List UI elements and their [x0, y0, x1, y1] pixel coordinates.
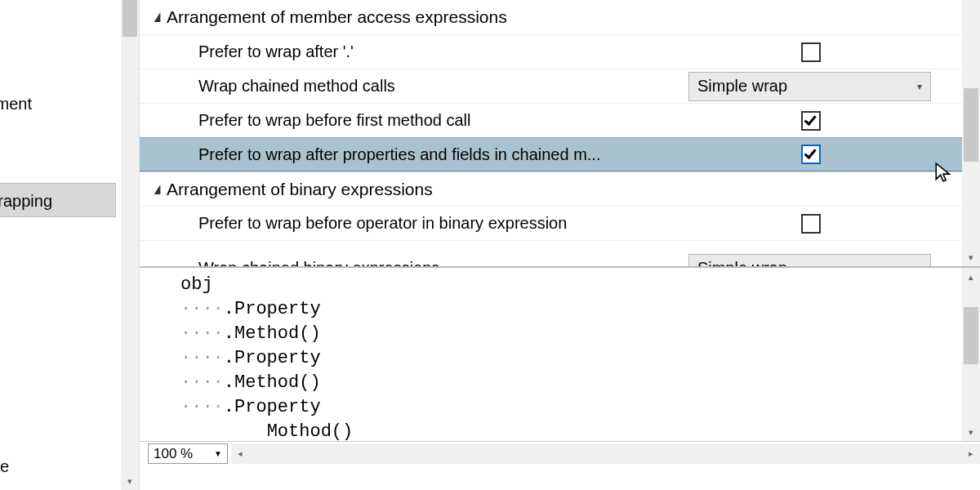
sidebar-item-label: Alignment: [0, 95, 32, 113]
combo-wrap-chained[interactable]: Simple wrap ▾: [688, 72, 931, 101]
preview-scrollbar[interactable]: ▴ ▾: [962, 268, 980, 441]
section-binary-expressions[interactable]: Arrangement of binary expressions: [140, 172, 962, 206]
combo-value: Simple wrap: [697, 77, 917, 96]
section-label: Arrangement of member access expressions: [167, 7, 507, 27]
scroll-left-icon[interactable]: ◂: [231, 443, 249, 464]
zoom-value: 100 %: [154, 446, 193, 462]
scroll-right-icon[interactable]: ▸: [962, 443, 980, 464]
sidebar-item-wrapping[interactable]: nd Wrapping: [0, 183, 116, 217]
options-grid: Arrangement of member access expressions…: [140, 0, 962, 266]
scrollbar-thumb[interactable]: [122, 0, 137, 37]
code-line: .Method(): [224, 323, 321, 344]
checkbox[interactable]: [801, 111, 821, 131]
chevron-down-icon: ▼: [214, 449, 222, 458]
option-wrap-before-operator[interactable]: Prefer to wrap before operator in binary…: [140, 206, 962, 240]
scrollbar-thumb[interactable]: [964, 88, 978, 162]
sidebar-item-orts[interactable]: orts: [0, 315, 116, 350]
option-label: Prefer to wrap after properties and fiel…: [198, 145, 688, 164]
code-line: obj: [180, 274, 213, 295]
expand-icon: [154, 185, 161, 194]
option-label: Prefer to wrap before first method call: [198, 111, 688, 130]
option-wrap-after-properties[interactable]: Prefer to wrap after properties and fiel…: [140, 137, 962, 172]
expand-icon: [154, 12, 161, 22]
sidebar-scrollbar[interactable]: ▾: [121, 0, 139, 490]
code-preview: obj ····.Property ····.Method() ····.Pro…: [140, 268, 962, 441]
code-line: .Property: [224, 348, 321, 368]
option-wrap-before-first-call[interactable]: Prefer to wrap before first method call: [140, 103, 962, 137]
option-wrap-after-dot[interactable]: Prefer to wrap after '.': [140, 34, 962, 69]
code-line: .Property: [224, 299, 321, 319]
option-label: Wrap chained method calls: [198, 77, 688, 96]
sidebar-item-label: nd Wrapping: [0, 192, 52, 210]
chevron-down-icon: ▾: [917, 81, 922, 92]
code-line: .Method(): [224, 372, 321, 393]
scroll-up-icon[interactable]: ▴: [962, 268, 980, 286]
combo-wrap-binary[interactable]: Simple wrap ▾: [688, 254, 931, 267]
option-label: Wrap chained binary expressions: [198, 259, 688, 266]
indent-dots: ····: [180, 372, 224, 393]
checkbox[interactable]: [801, 42, 821, 62]
scroll-down-icon[interactable]: ▾: [962, 248, 980, 266]
checkbox[interactable]: [801, 145, 821, 164]
option-wrap-chained-binary[interactable]: Wrap chained binary expressions Simple w…: [140, 240, 962, 266]
footer: 100 % ▼ ◂ ▸: [140, 441, 980, 466]
scroll-down-icon[interactable]: ▾: [962, 423, 980, 441]
chevron-down-icon: ▾: [917, 263, 922, 267]
option-label: Prefer to wrap before operator in binary…: [198, 214, 688, 233]
sidebar-item-label: g Style: [0, 457, 9, 475]
code-line: .Property: [224, 397, 321, 417]
indent-dots: ····: [180, 397, 224, 417]
section-label: Arrangement of binary expressions: [167, 180, 433, 199]
preview-hscrollbar[interactable]: ◂ ▸: [231, 443, 980, 464]
indent-dots: ····: [180, 348, 224, 368]
sidebar-item-alignment[interactable]: Alignment: [0, 87, 116, 121]
checkbox[interactable]: [801, 214, 821, 234]
grid-scrollbar[interactable]: ▾: [962, 0, 980, 266]
indent-dots: ····: [180, 323, 224, 344]
section-member-access[interactable]: Arrangement of member access expressions: [140, 0, 962, 34]
indent-dots: ····: [180, 299, 224, 319]
option-label: Prefer to wrap after '.': [198, 42, 688, 61]
scroll-down-icon[interactable]: ▾: [121, 472, 139, 490]
scrollbar-thumb[interactable]: [964, 307, 978, 364]
code-line: Mothod(): [267, 421, 354, 441]
zoom-combo[interactable]: 100 % ▼: [148, 443, 228, 464]
sidebar-item-style[interactable]: g Style: [0, 449, 116, 483]
sidebar: Alignment nd Wrapping orts g Style ▾: [0, 0, 139, 490]
main-panel: Arrangement of member access expressions…: [139, 0, 980, 490]
option-wrap-chained-calls[interactable]: Wrap chained method calls Simple wrap ▾: [140, 69, 962, 103]
combo-value: Simple wrap: [697, 259, 917, 266]
